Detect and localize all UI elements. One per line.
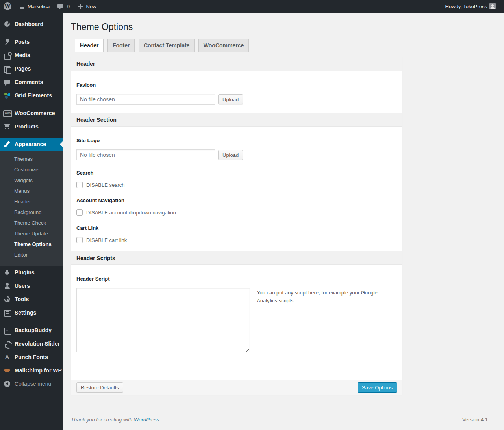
sidebar-item-revolution-slider[interactable]: Revolution Slider	[0, 337, 63, 350]
favicon-field-group: Favicon Upload	[71, 71, 402, 113]
wordpress-menu-button[interactable]: W	[0, 0, 15, 13]
submenu-item-editor[interactable]: Editor	[0, 249, 63, 260]
theme-options-panel: Header Favicon Upload Header Section Sit…	[71, 57, 402, 395]
submenu-item-theme-check[interactable]: Theme Check	[0, 218, 63, 228]
submenu-item-menus[interactable]: Menus	[0, 186, 63, 196]
site-logo-label: Site Logo	[76, 138, 397, 143]
new-label: New	[86, 4, 96, 9]
sidebar-item-pages[interactable]: Pages	[0, 62, 63, 75]
header-script-description: You can put any script here, for example…	[257, 288, 383, 352]
sidebar-item-products[interactable]: Products	[0, 120, 63, 133]
appearance-submenu: Themes Customize Widgets Menus Header Ba…	[0, 151, 63, 266]
tab-header[interactable]: Header	[75, 39, 104, 52]
sidebar-item-comments[interactable]: Comments	[0, 75, 63, 89]
new-content-button[interactable]: New	[74, 0, 100, 13]
sidebar-item-posts[interactable]: Posts	[0, 35, 63, 48]
section-header-section: Header Section	[71, 113, 402, 127]
wordpress-link[interactable]: WordPress.	[134, 417, 161, 423]
panel-footer: Restore Defaults Save Options	[71, 380, 402, 395]
sidebar-item-woocommerce[interactable]: WooCommerce	[0, 106, 63, 120]
home-icon	[19, 3, 25, 10]
menu-separator	[0, 31, 63, 35]
sidebar-item-mailchimp[interactable]: MailChimp for WP	[0, 364, 63, 377]
site-name-link[interactable]: Marketica	[15, 0, 53, 13]
menu-separator	[0, 133, 63, 138]
sidebar-item-tools[interactable]: Tools	[0, 292, 63, 306]
collapse-arrow-icon	[3, 380, 11, 388]
search-label: Search	[76, 170, 397, 176]
tab-footer[interactable]: Footer	[107, 39, 135, 52]
sidebar-item-grid-elements[interactable]: Grid Elements	[0, 89, 63, 102]
main-content: Theme Options Header Footer Contact Temp…	[63, 13, 504, 430]
disable-search-checkbox[interactable]	[76, 182, 83, 188]
menu-separator	[0, 319, 63, 324]
cart-link-label: Cart Link	[76, 225, 397, 231]
admin-sidebar: Dashboard Posts Media Pages Comments Gri…	[0, 13, 63, 430]
submenu-item-themes[interactable]: Themes	[0, 154, 63, 164]
disable-cart-link-checkbox[interactable]	[76, 237, 83, 243]
page-title: Theme Options	[71, 21, 496, 33]
header-script-textarea[interactable]	[76, 288, 250, 352]
account-menu[interactable]: Howdy, TokoPress	[442, 0, 499, 13]
howdy-label: Howdy, TokoPress	[445, 4, 487, 9]
tab-contact-template[interactable]: Contact Template	[139, 39, 195, 52]
disable-account-nav-checkbox[interactable]	[76, 209, 83, 216]
sidebar-item-punch-fonts[interactable]: Punch Fonts	[0, 350, 63, 364]
header-section-group: Site Logo Upload Search DISABLE search A…	[71, 127, 402, 251]
comment-bubble-icon	[57, 2, 65, 10]
section-header: Header	[71, 57, 402, 71]
favicon-upload-button[interactable]: Upload	[218, 94, 243, 104]
plug-icon	[3, 268, 11, 276]
disable-account-nav-checkbox-label[interactable]: DISABLE account dropdown navigation	[86, 210, 176, 216]
site-logo-upload-button[interactable]: Upload	[218, 150, 243, 160]
account-navigation-label: Account Navigation	[76, 197, 397, 203]
submenu-item-customize[interactable]: Customize	[0, 164, 63, 175]
favicon-file-input[interactable]	[76, 94, 215, 105]
section-header-scripts: Header Scripts	[71, 251, 402, 265]
comments-shortcut[interactable]: 0	[53, 0, 73, 13]
pages-icon	[3, 65, 11, 73]
footer-thanks-text: Thank you for creating with	[71, 417, 132, 423]
admin-footer: Thank you for creating with WordPress. V…	[71, 417, 402, 423]
sidebar-item-users[interactable]: Users	[0, 279, 63, 292]
wrench-icon	[3, 295, 11, 303]
sidebar-item-settings[interactable]: Settings	[0, 306, 63, 319]
user-avatar	[489, 3, 496, 9]
sidebar-item-plugins[interactable]: Plugins	[0, 266, 63, 279]
sidebar-item-appearance[interactable]: Appearance	[0, 138, 63, 151]
sidebar-item-backupbuddy[interactable]: BackupBuddy	[0, 324, 63, 337]
comments-count: 0	[67, 4, 70, 9]
woo-badge-icon	[3, 109, 11, 117]
restore-defaults-button[interactable]: Restore Defaults	[76, 382, 123, 393]
letter-a-icon	[3, 353, 11, 361]
plus-icon	[77, 3, 84, 10]
tab-bar: Header Footer Contact Template WooCommer…	[71, 39, 496, 52]
disable-cart-link-checkbox-label[interactable]: DISABLE cart link	[86, 237, 127, 243]
admin-bar-right: Howdy, TokoPress	[442, 0, 504, 13]
save-options-button[interactable]: Save Options	[358, 382, 397, 393]
disable-search-checkbox-label[interactable]: DISABLE search	[86, 182, 125, 188]
camera-icon	[3, 51, 11, 59]
cart-icon	[3, 123, 11, 130]
admin-bar: W Marketica 0 New Howdy, TokoPress	[0, 0, 504, 13]
user-icon	[3, 282, 11, 290]
sidebar-item-media[interactable]: Media	[0, 48, 63, 62]
header-scripts-group: Header Script You can put any script her…	[71, 265, 402, 380]
submenu-item-widgets[interactable]: Widgets	[0, 175, 63, 186]
refresh-icon	[3, 340, 11, 348]
site-logo-file-input[interactable]	[76, 149, 215, 160]
collapse-menu-button[interactable]: Collapse menu	[0, 377, 63, 391]
sidebar-item-dashboard[interactable]: Dashboard	[0, 17, 63, 31]
sliders-icon	[3, 309, 11, 316]
grid-pinwheel-icon	[3, 91, 11, 99]
submenu-item-theme-options[interactable]: Theme Options	[0, 239, 63, 249]
backup-disk-icon	[3, 326, 11, 334]
mailchimp-monkey-icon	[3, 367, 11, 374]
submenu-item-header[interactable]: Header	[0, 196, 63, 207]
submenu-item-background[interactable]: Background	[0, 207, 63, 218]
dashboard-icon	[3, 20, 11, 28]
submenu-item-theme-update[interactable]: Theme Update	[0, 228, 63, 239]
brush-icon	[3, 140, 11, 148]
tab-woocommerce[interactable]: WooCommerce	[198, 39, 249, 52]
footer-version: Version 4.1	[462, 417, 488, 423]
